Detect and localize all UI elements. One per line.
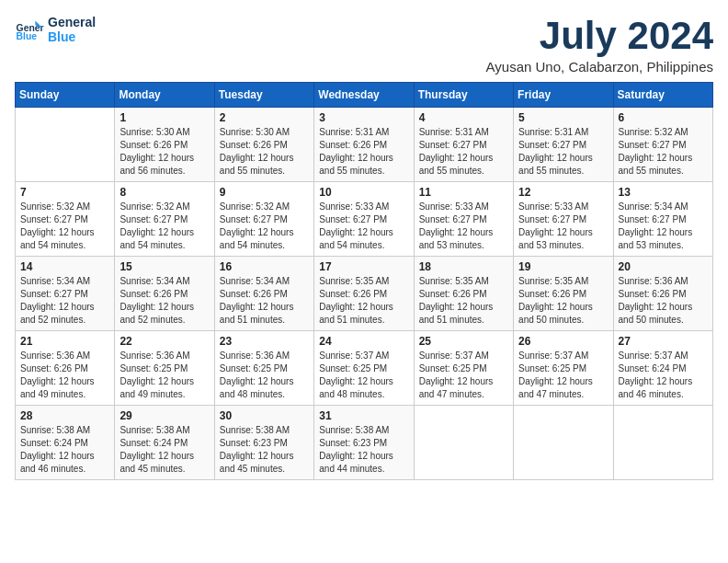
day-number: 22: [119, 335, 209, 348]
day-info: Sunrise: 5:33 AM Sunset: 6:27 PM Dayligh…: [419, 201, 508, 252]
day-number: 27: [619, 335, 708, 348]
day-number: 7: [20, 186, 109, 199]
day-info: Sunrise: 5:36 AM Sunset: 6:26 PM Dayligh…: [20, 350, 109, 401]
day-info: Sunrise: 5:36 AM Sunset: 6:25 PM Dayligh…: [119, 350, 209, 401]
day-cell: 14Sunrise: 5:34 AM Sunset: 6:27 PM Dayli…: [16, 257, 115, 331]
day-cell: 15Sunrise: 5:34 AM Sunset: 6:26 PM Dayli…: [115, 257, 214, 331]
day-number: 4: [419, 111, 508, 124]
week-row-2: 7Sunrise: 5:32 AM Sunset: 6:27 PM Daylig…: [16, 182, 713, 257]
day-info: Sunrise: 5:37 AM Sunset: 6:25 PM Dayligh…: [419, 350, 508, 401]
day-number: 9: [220, 186, 309, 199]
day-number: 20: [619, 260, 708, 273]
day-number: 12: [518, 186, 608, 199]
day-info: Sunrise: 5:37 AM Sunset: 6:25 PM Dayligh…: [518, 350, 608, 401]
header-wednesday: Wednesday: [314, 83, 414, 108]
day-info: Sunrise: 5:35 AM Sunset: 6:26 PM Dayligh…: [319, 275, 408, 327]
day-cell: 1Sunrise: 5:30 AM Sunset: 6:26 PM Daylig…: [115, 108, 214, 182]
day-cell: 24Sunrise: 5:37 AM Sunset: 6:25 PM Dayli…: [314, 331, 414, 406]
day-info: Sunrise: 5:36 AM Sunset: 6:25 PM Dayligh…: [220, 350, 309, 401]
week-row-3: 14Sunrise: 5:34 AM Sunset: 6:27 PM Dayli…: [16, 257, 713, 331]
day-cell: 30Sunrise: 5:38 AM Sunset: 6:23 PM Dayli…: [214, 406, 313, 480]
day-number: 29: [119, 409, 209, 422]
day-info: Sunrise: 5:32 AM Sunset: 6:27 PM Dayligh…: [119, 201, 209, 252]
day-number: 14: [20, 260, 109, 273]
week-row-5: 28Sunrise: 5:38 AM Sunset: 6:24 PM Dayli…: [16, 406, 713, 480]
day-info: Sunrise: 5:37 AM Sunset: 6:25 PM Dayligh…: [319, 350, 408, 401]
day-info: Sunrise: 5:36 AM Sunset: 6:26 PM Dayligh…: [619, 275, 708, 327]
day-info: Sunrise: 5:34 AM Sunset: 6:26 PM Dayligh…: [119, 275, 209, 327]
calendar-table: SundayMondayTuesdayWednesdayThursdayFrid…: [15, 82, 713, 480]
header-friday: Friday: [514, 83, 613, 108]
day-cell: 21Sunrise: 5:36 AM Sunset: 6:26 PM Dayli…: [16, 331, 115, 406]
day-cell: 2Sunrise: 5:30 AM Sunset: 6:26 PM Daylig…: [214, 108, 313, 182]
day-cell: 13Sunrise: 5:34 AM Sunset: 6:27 PM Dayli…: [613, 182, 712, 257]
day-info: Sunrise: 5:35 AM Sunset: 6:26 PM Dayligh…: [419, 275, 508, 327]
day-info: Sunrise: 5:34 AM Sunset: 6:27 PM Dayligh…: [619, 201, 708, 252]
day-number: 16: [220, 260, 309, 273]
logo-blue: Blue: [48, 29, 96, 44]
day-number: 18: [419, 260, 508, 273]
day-cell: 20Sunrise: 5:36 AM Sunset: 6:26 PM Dayli…: [613, 257, 712, 331]
header-sunday: Sunday: [16, 83, 115, 108]
month-title: July 2024: [486, 15, 713, 57]
day-number: 17: [319, 260, 408, 273]
day-cell: 31Sunrise: 5:38 AM Sunset: 6:23 PM Dayli…: [314, 406, 414, 480]
day-cell: 10Sunrise: 5:33 AM Sunset: 6:27 PM Dayli…: [314, 182, 414, 257]
day-number: 23: [220, 335, 309, 348]
day-cell: [613, 406, 712, 480]
header-thursday: Thursday: [414, 83, 513, 108]
day-cell: 25Sunrise: 5:37 AM Sunset: 6:25 PM Dayli…: [414, 331, 513, 406]
title-block: July 2024 Ayusan Uno, Calabarzon, Philip…: [486, 15, 713, 75]
header-saturday: Saturday: [613, 83, 712, 108]
day-cell: [514, 406, 613, 480]
day-number: 2: [220, 111, 309, 124]
day-info: Sunrise: 5:31 AM Sunset: 6:27 PM Dayligh…: [419, 126, 508, 178]
day-cell: 18Sunrise: 5:35 AM Sunset: 6:26 PM Dayli…: [414, 257, 513, 331]
day-number: 30: [220, 409, 309, 422]
day-number: 5: [518, 111, 608, 124]
header-monday: Monday: [115, 83, 214, 108]
day-cell: 11Sunrise: 5:33 AM Sunset: 6:27 PM Dayli…: [414, 182, 513, 257]
day-cell: [16, 108, 115, 182]
page-header: General Blue General Blue July 2024 Ayus…: [15, 15, 713, 75]
week-row-4: 21Sunrise: 5:36 AM Sunset: 6:26 PM Dayli…: [16, 331, 713, 406]
day-cell: [414, 406, 513, 480]
day-info: Sunrise: 5:37 AM Sunset: 6:24 PM Dayligh…: [619, 350, 708, 401]
day-info: Sunrise: 5:38 AM Sunset: 6:23 PM Dayligh…: [319, 424, 408, 476]
day-cell: 16Sunrise: 5:34 AM Sunset: 6:26 PM Dayli…: [214, 257, 313, 331]
day-info: Sunrise: 5:38 AM Sunset: 6:23 PM Dayligh…: [220, 424, 309, 476]
day-number: 11: [419, 186, 508, 199]
day-number: 15: [119, 260, 209, 273]
week-row-1: 1Sunrise: 5:30 AM Sunset: 6:26 PM Daylig…: [16, 108, 713, 182]
day-number: 6: [619, 111, 708, 124]
day-info: Sunrise: 5:32 AM Sunset: 6:27 PM Dayligh…: [20, 201, 109, 252]
day-info: Sunrise: 5:32 AM Sunset: 6:27 PM Dayligh…: [619, 126, 708, 178]
day-number: 24: [319, 335, 408, 348]
day-number: 8: [119, 186, 209, 199]
day-cell: 23Sunrise: 5:36 AM Sunset: 6:25 PM Dayli…: [214, 331, 313, 406]
day-info: Sunrise: 5:33 AM Sunset: 6:27 PM Dayligh…: [518, 201, 608, 252]
day-info: Sunrise: 5:31 AM Sunset: 6:26 PM Dayligh…: [319, 126, 408, 178]
day-number: 13: [619, 186, 708, 199]
day-cell: 17Sunrise: 5:35 AM Sunset: 6:26 PM Dayli…: [314, 257, 414, 331]
day-number: 3: [319, 111, 408, 124]
day-info: Sunrise: 5:30 AM Sunset: 6:26 PM Dayligh…: [119, 126, 209, 178]
day-cell: 3Sunrise: 5:31 AM Sunset: 6:26 PM Daylig…: [314, 108, 414, 182]
day-cell: 27Sunrise: 5:37 AM Sunset: 6:24 PM Dayli…: [613, 331, 712, 406]
day-info: Sunrise: 5:31 AM Sunset: 6:27 PM Dayligh…: [518, 126, 608, 178]
day-info: Sunrise: 5:34 AM Sunset: 6:26 PM Dayligh…: [220, 275, 309, 327]
day-info: Sunrise: 5:34 AM Sunset: 6:27 PM Dayligh…: [20, 275, 109, 327]
svg-text:Blue: Blue: [17, 31, 38, 41]
day-number: 1: [119, 111, 209, 124]
day-cell: 6Sunrise: 5:32 AM Sunset: 6:27 PM Daylig…: [613, 108, 712, 182]
day-number: 31: [319, 409, 408, 422]
day-number: 10: [319, 186, 408, 199]
day-cell: 29Sunrise: 5:38 AM Sunset: 6:24 PM Dayli…: [115, 406, 214, 480]
day-info: Sunrise: 5:38 AM Sunset: 6:24 PM Dayligh…: [20, 424, 109, 476]
day-cell: 26Sunrise: 5:37 AM Sunset: 6:25 PM Dayli…: [514, 331, 613, 406]
day-info: Sunrise: 5:35 AM Sunset: 6:26 PM Dayligh…: [518, 275, 608, 327]
day-cell: 9Sunrise: 5:32 AM Sunset: 6:27 PM Daylig…: [214, 182, 313, 257]
day-cell: 7Sunrise: 5:32 AM Sunset: 6:27 PM Daylig…: [16, 182, 115, 257]
day-cell: 12Sunrise: 5:33 AM Sunset: 6:27 PM Dayli…: [514, 182, 613, 257]
day-number: 26: [518, 335, 608, 348]
